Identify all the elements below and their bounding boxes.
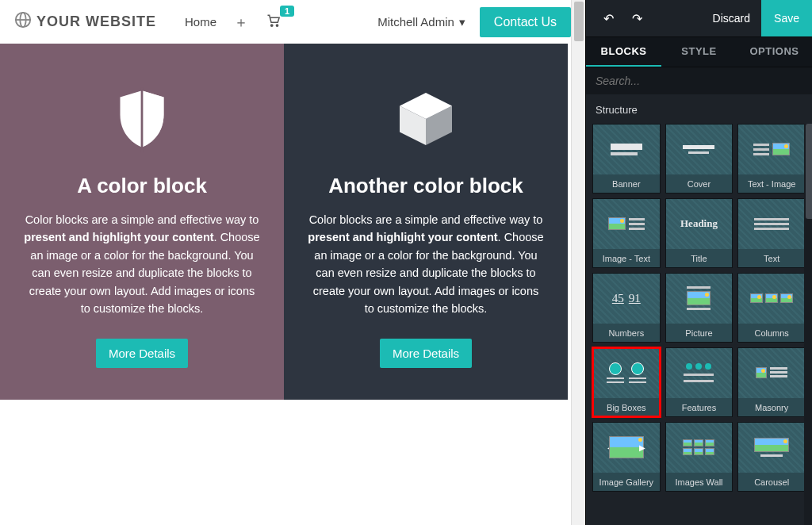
snippet-masonry[interactable]: Masonry	[737, 347, 806, 417]
cart-badge: 1	[280, 6, 294, 17]
editor-panel: ↶ ↷ Discard Save BLOCKS STYLE OPTIONS St…	[585, 0, 812, 525]
svg-point-3	[271, 25, 273, 26]
add-page-icon[interactable]: ＋	[234, 13, 248, 32]
tab-options[interactable]: OPTIONS	[737, 37, 812, 67]
snippet-features[interactable]: Features	[665, 347, 733, 417]
shield-icon	[107, 83, 177, 155]
globe-icon	[14, 11, 32, 33]
save-button[interactable]: Save	[761, 0, 812, 36]
cart[interactable]: 1	[266, 13, 282, 30]
editor-scrollbar[interactable]	[804, 124, 812, 525]
color-block-left[interactable]: A color block Color blocks are a simple …	[0, 44, 284, 400]
undo-button[interactable]: ↶	[594, 0, 622, 36]
nav: Home ＋ 1	[185, 13, 377, 32]
brand[interactable]: YOUR WEBSITE	[14, 11, 156, 33]
block-title[interactable]: Another color block	[328, 174, 523, 198]
snippet-title[interactable]: HeadingTitle	[665, 198, 733, 268]
user-menu[interactable]: Mitchell Admin ▾	[377, 15, 465, 29]
search-input[interactable]	[596, 75, 802, 87]
cube-icon	[391, 83, 461, 155]
contact-us-button[interactable]: Contact Us	[480, 7, 571, 37]
preview-pane: YOUR WEBSITE Home ＋ 1 Mitchell Admin ▾ C…	[0, 0, 585, 525]
snippet-images-wall[interactable]: Images Wall	[665, 422, 733, 492]
user-name: Mitchell Admin	[377, 15, 454, 29]
snippet-carousel[interactable]: Carousel	[737, 422, 806, 492]
tab-style[interactable]: STYLE	[661, 37, 737, 67]
brand-text: YOUR WEBSITE	[36, 13, 156, 30]
svg-point-4	[276, 25, 278, 26]
snippet-cover[interactable]: Cover	[665, 124, 733, 194]
cart-icon	[266, 13, 282, 30]
color-block-right[interactable]: Another color block Color blocks are a s…	[284, 44, 568, 400]
chevron-down-icon: ▾	[459, 15, 465, 29]
snippet-picture[interactable]: Picture	[665, 273, 733, 343]
preview-scrollbar[interactable]	[571, 0, 585, 525]
snippet-search	[586, 67, 812, 94]
snippet-text[interactable]: Text	[737, 198, 806, 268]
tab-blocks[interactable]: BLOCKS	[586, 37, 661, 67]
discard-button[interactable]: Discard	[702, 0, 761, 36]
svg-rect-5	[141, 87, 144, 153]
snippet-big-boxes[interactable]: Big Boxes	[592, 347, 661, 417]
big-boxes-section[interactable]: A color block Color blocks are a simple …	[0, 44, 568, 400]
more-details-button[interactable]: More Details	[380, 339, 472, 368]
snippet-numbers[interactable]: 4591Numbers	[592, 273, 661, 343]
block-desc[interactable]: Color blocks are a simple and effective …	[308, 211, 544, 318]
editor-tabs: BLOCKS STYLE OPTIONS	[586, 36, 812, 67]
nav-home[interactable]: Home	[185, 15, 216, 29]
snippet-banner[interactable]: Banner	[592, 124, 661, 194]
site-topbar: YOUR WEBSITE Home ＋ 1 Mitchell Admin ▾ C…	[0, 0, 585, 44]
section-structure: Structure	[586, 94, 812, 124]
snippets-area: Banner Cover Text - Image Image - Text H…	[586, 124, 812, 525]
snippet-columns[interactable]: Columns	[737, 273, 806, 343]
snippet-image-gallery[interactable]: ◀▶Image Gallery	[592, 422, 661, 492]
editor-topbar: ↶ ↷ Discard Save	[586, 0, 812, 36]
block-title[interactable]: A color block	[77, 174, 207, 198]
snippet-image-text[interactable]: Image - Text	[592, 198, 661, 268]
more-details-button[interactable]: More Details	[96, 339, 188, 368]
snippet-text-image[interactable]: Text - Image	[737, 124, 806, 194]
block-desc[interactable]: Color blocks are a simple and effective …	[24, 211, 260, 318]
redo-button[interactable]: ↷	[622, 0, 651, 36]
